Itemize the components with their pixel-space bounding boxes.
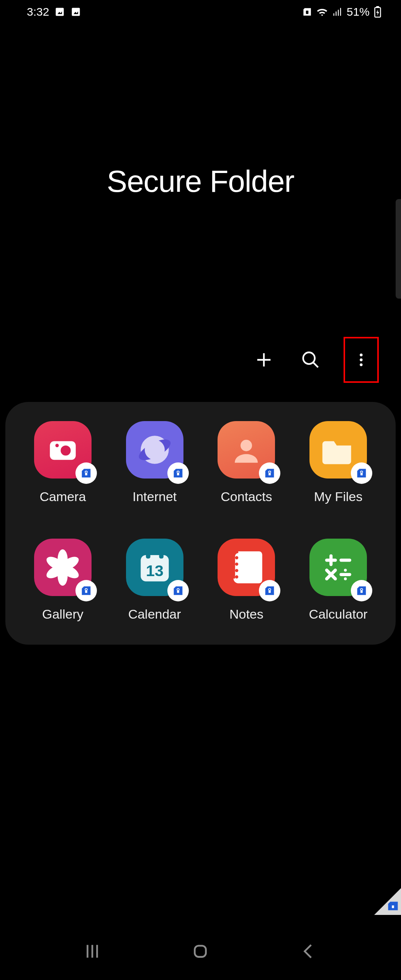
lock-badge-icon <box>75 580 97 601</box>
secure-fold-icon <box>386 901 399 913</box>
lock-badge-icon <box>259 580 280 601</box>
app-calendar[interactable]: 13 Calendar <box>109 539 201 622</box>
svg-rect-6 <box>376 6 379 8</box>
svg-point-21 <box>145 440 165 460</box>
more-options-button[interactable] <box>347 346 375 374</box>
lock-badge-icon <box>259 462 280 484</box>
status-time: 3:32 <box>27 5 49 18</box>
recents-button[interactable] <box>77 936 108 967</box>
lock-badge-icon <box>351 580 372 601</box>
app-label: Calculator <box>309 607 368 622</box>
svg-point-39 <box>235 556 238 559</box>
svg-point-16 <box>61 446 70 456</box>
svg-point-50 <box>344 569 347 572</box>
app-label: Gallery <box>42 607 83 622</box>
svg-text:13: 13 <box>146 562 164 580</box>
battery-text: 51% <box>347 5 370 18</box>
app-label: Camera <box>39 489 86 504</box>
add-button[interactable] <box>250 346 278 374</box>
svg-rect-22 <box>177 473 179 475</box>
svg-point-10 <box>303 353 315 364</box>
app-label: Calendar <box>128 607 181 622</box>
page-title: Secure Folder <box>0 164 401 199</box>
lock-badge-icon <box>351 462 372 484</box>
app-camera[interactable]: Camera <box>17 421 109 504</box>
app-calculator[interactable]: Calculator <box>292 539 384 622</box>
svg-marker-7 <box>376 10 379 16</box>
image-icon <box>70 7 81 17</box>
app-label: My Files <box>314 489 363 504</box>
app-notes[interactable]: Notes <box>201 539 293 622</box>
lock-badge-icon <box>75 462 97 484</box>
svg-point-23 <box>241 440 252 451</box>
svg-rect-18 <box>85 473 87 475</box>
navigation-bar <box>0 923 401 980</box>
toolbar <box>0 337 401 383</box>
back-button[interactable] <box>293 936 324 967</box>
svg-point-42 <box>235 575 238 578</box>
app-label: Notes <box>229 607 264 622</box>
svg-rect-43 <box>269 590 271 593</box>
secure-folder-indicator-icon <box>302 7 312 17</box>
svg-rect-24 <box>269 473 271 475</box>
app-internet[interactable]: Internet <box>109 421 201 504</box>
svg-point-12 <box>360 354 362 356</box>
svg-rect-2 <box>72 8 80 16</box>
svg-point-40 <box>235 563 238 566</box>
svg-rect-25 <box>360 473 363 475</box>
app-label: Contacts <box>221 489 272 504</box>
signal-icon <box>332 7 343 17</box>
svg-point-51 <box>344 577 347 580</box>
highlight-box <box>344 337 379 383</box>
svg-rect-4 <box>306 11 309 14</box>
svg-point-13 <box>360 358 362 361</box>
search-button[interactable] <box>297 346 324 374</box>
app-contacts[interactable]: Contacts <box>201 421 293 504</box>
lock-badge-icon <box>167 462 189 484</box>
app-panel: Camera Internet <box>5 402 396 645</box>
svg-rect-33 <box>85 590 87 593</box>
home-button[interactable] <box>185 936 216 967</box>
svg-point-17 <box>55 444 59 447</box>
svg-rect-53 <box>392 905 394 908</box>
battery-icon <box>373 6 382 18</box>
scroll-indicator <box>396 199 401 299</box>
lock-badge-icon <box>167 580 189 601</box>
svg-rect-57 <box>195 946 206 957</box>
status-bar: 3:32 51% <box>0 0 401 22</box>
svg-rect-38 <box>177 590 179 593</box>
wifi-icon <box>316 6 328 18</box>
svg-point-14 <box>360 363 362 366</box>
svg-point-41 <box>235 569 238 572</box>
app-grid: Camera Internet <box>17 421 384 622</box>
image-icon <box>54 7 65 17</box>
app-gallery[interactable]: Gallery <box>17 539 109 622</box>
svg-rect-35 <box>146 552 150 559</box>
svg-line-11 <box>313 363 318 368</box>
svg-rect-0 <box>56 8 64 16</box>
app-my-files[interactable]: My Files <box>292 421 384 504</box>
svg-rect-36 <box>159 552 163 559</box>
svg-rect-52 <box>360 590 363 593</box>
app-label: Internet <box>133 489 177 504</box>
